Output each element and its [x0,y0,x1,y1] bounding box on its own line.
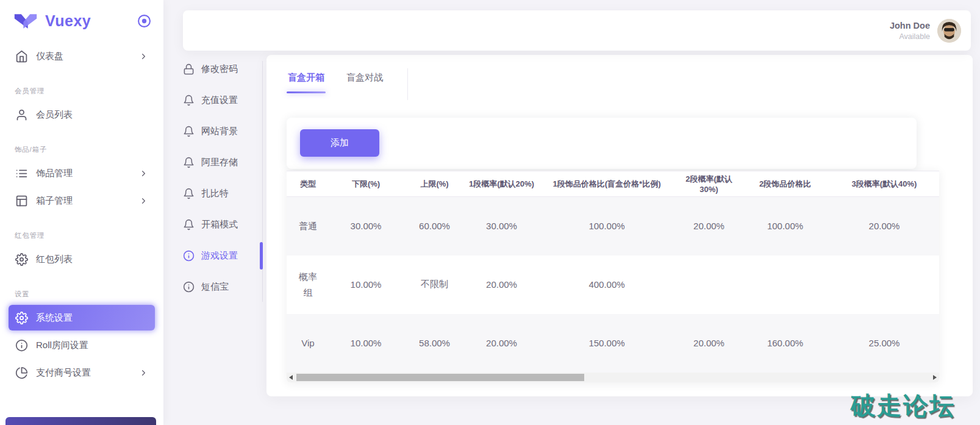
cell-value: 不限制 [402,255,467,314]
subnav-item-site-background[interactable]: 网站背景 [183,116,261,147]
sidebar-item-label: 支付商号设置 [36,367,91,379]
col-header-stage2-price-ratio: 2段饰品价格比 [741,171,829,197]
table-row[interactable]: 概率组 10.00% 不限制 20.00% 400.00% [287,255,939,314]
sidebar-item-redpacket-list[interactable]: 红包列表 [9,246,155,272]
gear-icon [15,253,28,266]
layout-icon [15,195,28,207]
subnav-item-label: 游戏设置 [201,250,238,262]
vuexy-logo-icon [13,13,38,30]
cell-value: 20.00% [467,255,537,314]
user-status: Available [890,32,930,41]
avatar[interactable] [937,19,961,43]
table-row[interactable]: Vip 10.00% 58.00% 20.00% 150.00% 20.00% … [287,314,939,373]
sidebar-partial-item[interactable] [5,417,156,425]
cell-type: 普通 [287,197,329,255]
sidebar-item-box-manage[interactable]: 箱子管理 [9,188,155,213]
settings-table: 类型 下限(%) 上限(%) 1段概率(默认20%) 1段饰品价格比(盲盒价格*… [287,171,939,382]
game-settings-table: 类型 下限(%) 上限(%) 1段概率(默认20%) 1段饰品价格比(盲盒价格*… [287,171,939,373]
subnav-active-indicator [260,242,263,270]
tab-blindbox-battle[interactable]: 盲盒对战 [345,71,384,93]
sidebar-item-roll-room-settings[interactable]: Roll房间设置 [9,332,155,358]
cell-value: 150.00% [537,314,677,373]
cell-value: 10.00% [329,314,402,373]
horizontal-scrollbar[interactable] [287,373,939,382]
subnav-item-open-box-mode[interactable]: 开箱模式 [183,209,261,240]
sidebar-item-member-list[interactable]: 会员列表 [9,102,155,127]
cell-value: 60.00% [402,197,467,255]
subnav-item-game-settings[interactable]: 游戏设置 [183,240,261,271]
sidebar-section-redpacket: 红包管理 [0,215,163,245]
subnav-item-label: 阿里存储 [201,157,238,168]
cell-value: 20.00% [677,314,741,373]
cell-value [829,255,939,314]
subnav-item-label: 充值设置 [201,95,238,106]
col-header-stage1-prob: 1段概率(默认20%) [467,171,537,197]
sidebar-item-label: 箱子管理 [36,195,73,207]
topbar: John Doe Available [183,10,971,51]
tab-bar-divider [407,68,408,100]
cell-value [677,255,741,314]
cell-type-text: Vip [301,335,314,351]
subnav-item-sms-bao[interactable]: 短信宝 [183,271,261,302]
subnav-item-ali-storage[interactable]: 阿里存储 [183,147,261,178]
info-icon [183,281,195,293]
sidebar-item-label: 红包列表 [36,254,73,265]
bell-icon [183,126,195,137]
table-row[interactable]: 普通 30.00% 60.00% 30.00% 100.00% 20.00% 1… [287,197,939,255]
home-icon [15,50,28,63]
bell-icon [183,219,195,230]
sidebar: Vuexy 仪表盘 会员管理 会员列表 饰品/箱子 饰品管理 [0,0,163,425]
col-header-upper-limit: 上限(%) [402,171,467,197]
avatar-image [937,19,961,43]
sidebar-item-label: 会员列表 [36,109,73,121]
col-header-stage1-price-ratio: 1段饰品价格比(盲盒价格*比例) [537,171,677,197]
add-button[interactable]: 添加 [300,129,379,157]
subnav-item-label: 扎比特 [201,188,229,199]
tab-bar: 盲盒开箱 盲盒对战 [266,55,973,94]
cell-value: 58.00% [402,314,467,373]
cell-type-text: 概率组 [296,269,320,301]
sidebar-item-item-manage[interactable]: 饰品管理 [9,160,155,186]
cell-type-text: 普通 [299,218,317,234]
table-toolbar: 添加 [287,118,917,169]
subnav-item-recharge-settings[interactable]: 充值设置 [183,85,261,116]
list-icon [15,167,28,180]
user-name: John Doe [890,21,930,30]
cell-value: 30.00% [467,197,537,255]
chevron-right-icon [139,52,148,61]
subnav-item-label: 修改密码 [201,63,238,75]
sidebar-item-label: 饰品管理 [36,168,73,179]
subnav-item-zhabite[interactable]: 扎比特 [183,178,261,209]
tab-blindbox-open[interactable]: 盲盒开箱 [287,71,326,93]
cell-value [741,255,829,314]
sidebar-item-payment-settings[interactable]: 支付商号设置 [9,360,155,385]
subnav-item-label: 网站背景 [201,126,238,137]
sidebar-item-dashboard[interactable]: 仪表盘 [9,43,155,69]
subnav-item-label: 短信宝 [201,281,229,293]
subnav-item-label: 开箱模式 [201,219,238,230]
chevron-right-icon [139,368,148,377]
lock-icon [183,63,195,75]
col-header-type: 类型 [287,171,329,197]
cell-value: 160.00% [741,314,829,373]
app-root: Vuexy 仪表盘 会员管理 会员列表 饰品/箱子 饰品管理 [0,0,980,425]
sidebar-section-member: 会员管理 [0,71,163,101]
bell-icon [183,157,195,168]
sidebar-item-system-settings[interactable]: 系统设置 [9,305,155,330]
sidebar-item-label: 仪表盘 [36,51,63,62]
user-info: John Doe Available [890,21,930,41]
scroll-left-arrow-icon[interactable] [289,375,293,380]
pie-chart-icon [15,366,28,379]
table-body: 普通 30.00% 60.00% 30.00% 100.00% 20.00% 1… [287,197,939,373]
scroll-right-arrow-icon[interactable] [933,375,937,380]
subnav-item-change-password[interactable]: 修改密码 [183,54,261,85]
menu-pin-icon[interactable] [137,14,151,28]
bell-icon [183,95,195,106]
sidebar-item-label: 系统设置 [36,312,73,324]
watermark-text: 破走论坛 [851,389,956,423]
cell-value: 100.00% [741,197,829,255]
scrollbar-thumb[interactable] [296,374,584,381]
table-header: 类型 下限(%) 上限(%) 1段概率(默认20%) 1段饰品价格比(盲盒价格*… [287,171,939,197]
info-icon [15,339,28,352]
cell-value: 25.00% [829,314,939,373]
